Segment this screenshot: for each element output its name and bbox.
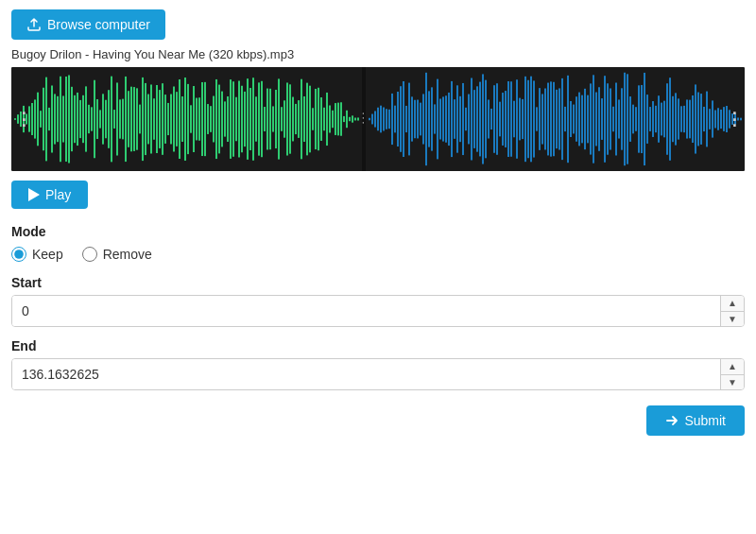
submit-row: Submit — [11, 405, 745, 436]
end-input[interactable] — [12, 359, 720, 389]
end-field-group: End ▲ ▼ — [11, 338, 745, 390]
browse-computer-button[interactable]: Browse computer — [11, 9, 165, 40]
svg-marker-0 — [28, 188, 40, 201]
waveform-selected-region: ⋮ — [11, 67, 362, 171]
mode-remove-radio[interactable] — [82, 247, 97, 262]
start-field-group: Start ▲ ▼ — [11, 275, 745, 327]
play-button[interactable]: Play — [11, 181, 88, 209]
start-label: Start — [11, 275, 745, 290]
end-spinner-buttons: ▲ ▼ — [720, 359, 744, 389]
upload-icon — [26, 17, 42, 32]
file-name: Bugoy Drilon - Having You Near Me (320 k… — [11, 47, 745, 61]
start-decrement-button[interactable]: ▼ — [721, 312, 744, 327]
mode-radio-group: Keep Remove — [11, 247, 745, 262]
end-label: End — [11, 338, 745, 353]
browse-button-label: Browse computer — [47, 17, 150, 32]
start-increment-button[interactable]: ▲ — [721, 296, 744, 312]
arrow-right-icon — [665, 414, 679, 427]
submit-button[interactable]: Submit — [646, 405, 745, 436]
waveform-divider — [362, 67, 366, 171]
waveform-unselected-region: ⋮ — [366, 67, 745, 171]
mode-keep-option[interactable]: Keep — [11, 247, 63, 262]
unselected-waveform-canvas — [366, 67, 745, 171]
mode-remove-label: Remove — [103, 247, 152, 262]
play-button-label: Play — [45, 187, 71, 202]
mode-keep-label: Keep — [32, 247, 63, 262]
mode-remove-option[interactable]: Remove — [82, 247, 152, 262]
start-input-wrapper: ▲ ▼ — [11, 295, 745, 327]
mode-keep-radio[interactable] — [11, 247, 26, 262]
start-input[interactable] — [12, 296, 720, 326]
end-increment-button[interactable]: ▲ — [721, 359, 744, 375]
start-spinner-buttons: ▲ ▼ — [720, 296, 744, 326]
play-icon — [28, 188, 40, 201]
selected-waveform-canvas — [11, 67, 362, 171]
mode-label: Mode — [11, 224, 745, 239]
end-decrement-button[interactable]: ▼ — [721, 375, 744, 390]
mode-section: Mode Keep Remove — [11, 224, 745, 262]
waveform-display: ⋮ ⋮ — [11, 67, 745, 171]
submit-button-label: Submit — [684, 413, 726, 428]
end-input-wrapper: ▲ ▼ — [11, 358, 745, 390]
